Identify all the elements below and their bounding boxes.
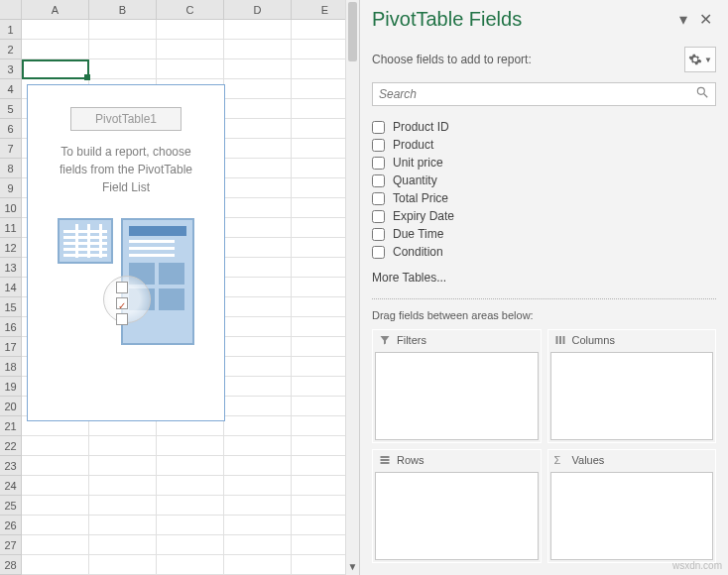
cell[interactable] <box>224 555 292 575</box>
column-header[interactable]: A <box>22 0 89 20</box>
cell[interactable] <box>89 535 157 555</box>
column-header[interactable]: B <box>89 0 157 20</box>
row-header[interactable]: 20 <box>0 397 21 416</box>
row-header[interactable]: 1 <box>0 20 21 40</box>
more-tables-link[interactable]: More Tables... <box>372 271 716 285</box>
cell[interactable] <box>224 178 292 198</box>
row-header[interactable]: 15 <box>0 297 21 317</box>
cell[interactable] <box>224 337 292 357</box>
row-header[interactable]: 26 <box>0 516 21 535</box>
row-header[interactable]: 3 <box>0 59 21 79</box>
column-header[interactable]: C <box>157 0 224 20</box>
cell[interactable] <box>22 555 89 575</box>
field-checkbox[interactable] <box>372 174 385 187</box>
field-checkbox[interactable] <box>372 192 385 205</box>
cell[interactable] <box>89 555 157 575</box>
row-header[interactable]: 17 <box>0 337 21 357</box>
cell[interactable] <box>224 139 292 159</box>
field-item[interactable]: Condition <box>372 243 716 261</box>
search-box[interactable] <box>372 82 716 106</box>
cell[interactable] <box>157 20 224 40</box>
row-header[interactable]: 5 <box>0 99 21 119</box>
filters-drop-box[interactable] <box>375 352 539 440</box>
cell[interactable] <box>89 59 157 79</box>
cell[interactable] <box>89 496 157 516</box>
field-item[interactable]: Product ID <box>372 118 716 136</box>
cell[interactable] <box>22 476 89 496</box>
pivot-placeholder[interactable]: PivotTable1 To build a report, choose fi… <box>27 84 225 421</box>
row-header[interactable]: 12 <box>0 238 21 258</box>
cell[interactable] <box>224 397 292 416</box>
scroll-thumb[interactable] <box>348 2 357 61</box>
row-header[interactable]: 10 <box>0 198 21 218</box>
cell[interactable] <box>224 278 292 297</box>
search-input[interactable] <box>379 87 695 101</box>
field-item[interactable]: Total Price <box>372 189 716 207</box>
cell[interactable] <box>224 436 292 456</box>
field-item[interactable]: Due Time <box>372 225 716 243</box>
cell[interactable] <box>89 40 157 59</box>
cells[interactable]: PivotTable1 To build a report, choose fi… <box>22 20 359 575</box>
field-item[interactable]: Quantity <box>372 172 716 189</box>
values-area[interactable]: ΣValues <box>547 449 717 563</box>
row-header[interactable]: 2 <box>0 40 21 59</box>
row-header[interactable]: 24 <box>0 476 21 496</box>
cell[interactable] <box>22 59 89 79</box>
field-checkbox[interactable] <box>372 157 385 170</box>
cell[interactable] <box>89 516 157 535</box>
row-header[interactable]: 11 <box>0 218 21 238</box>
columns-area[interactable]: Columns <box>547 329 717 443</box>
cell[interactable] <box>224 297 292 317</box>
cell[interactable] <box>89 436 157 456</box>
cell[interactable] <box>224 99 292 119</box>
field-checkbox[interactable] <box>372 210 385 223</box>
cell[interactable] <box>22 496 89 516</box>
cell[interactable] <box>157 59 224 79</box>
field-checkbox[interactable] <box>372 246 385 259</box>
row-header[interactable]: 7 <box>0 139 21 159</box>
cell[interactable] <box>224 476 292 496</box>
cell[interactable] <box>22 20 89 40</box>
field-item[interactable]: Expiry Date <box>372 207 716 225</box>
filters-area[interactable]: Filters <box>372 329 542 443</box>
cell[interactable] <box>157 516 224 535</box>
cell[interactable] <box>224 377 292 397</box>
cell[interactable] <box>224 119 292 139</box>
cell[interactable] <box>224 456 292 476</box>
cell[interactable] <box>157 40 224 59</box>
cell[interactable] <box>89 476 157 496</box>
cell[interactable] <box>224 218 292 238</box>
cell[interactable] <box>157 476 224 496</box>
pane-options-dropdown-icon[interactable]: ▾ <box>671 10 695 29</box>
cell[interactable] <box>224 535 292 555</box>
scroll-down-icon[interactable]: ▼ <box>346 561 359 575</box>
close-icon[interactable]: ✕ <box>695 10 716 29</box>
cell[interactable] <box>224 20 292 40</box>
field-checkbox[interactable] <box>372 139 385 152</box>
values-drop-box[interactable] <box>550 472 714 560</box>
field-item[interactable]: Unit price <box>372 154 716 172</box>
row-header[interactable]: 22 <box>0 436 21 456</box>
cell[interactable] <box>224 357 292 377</box>
row-header[interactable]: 4 <box>0 79 21 99</box>
cell[interactable] <box>22 535 89 555</box>
cell[interactable] <box>89 456 157 476</box>
rows-drop-box[interactable] <box>375 472 539 560</box>
cell[interactable] <box>157 555 224 575</box>
vertical-scrollbar[interactable]: ▲ ▼ <box>345 0 359 575</box>
row-header[interactable]: 25 <box>0 496 21 516</box>
cell[interactable] <box>224 159 292 178</box>
cell[interactable] <box>224 198 292 218</box>
cell[interactable] <box>157 456 224 476</box>
column-header[interactable]: D <box>224 0 292 20</box>
row-header[interactable]: 27 <box>0 535 21 555</box>
cell[interactable] <box>89 20 157 40</box>
cell[interactable] <box>224 416 292 436</box>
rows-area[interactable]: Rows <box>372 449 542 563</box>
cell[interactable] <box>224 238 292 258</box>
cell[interactable] <box>224 258 292 278</box>
cell[interactable] <box>22 456 89 476</box>
cell[interactable] <box>224 40 292 59</box>
row-header[interactable]: 23 <box>0 456 21 476</box>
search-icon[interactable] <box>695 85 709 103</box>
